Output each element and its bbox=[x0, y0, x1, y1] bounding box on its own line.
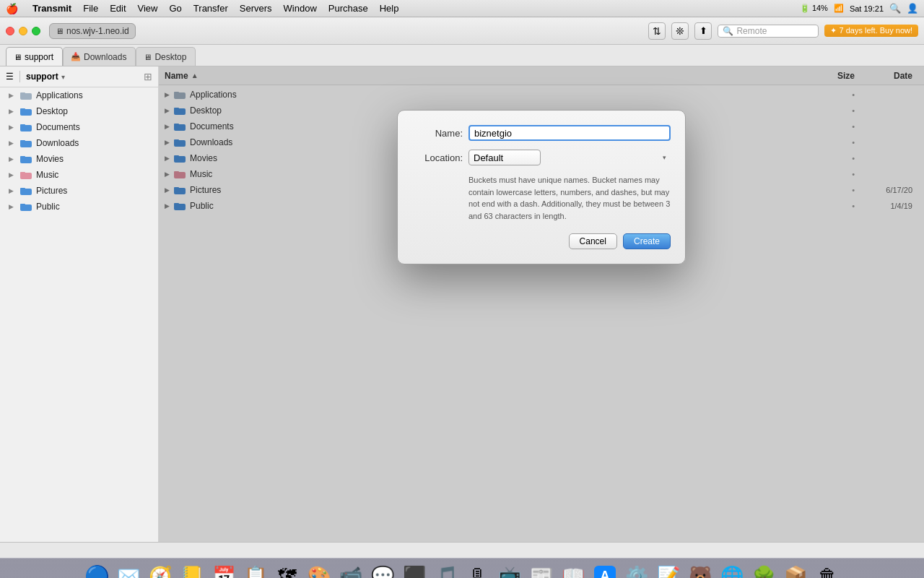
sidebar-item-downloads[interactable]: ▶ Downloads bbox=[0, 135, 158, 151]
folder-icon bbox=[20, 171, 32, 179]
tab-support[interactable]: 🖥 support bbox=[6, 47, 63, 66]
sidebar-expand-icon[interactable]: ▾ bbox=[61, 73, 65, 81]
action-button[interactable]: ❊ bbox=[671, 22, 689, 40]
create-bucket-dialog: Name: Location: Default US East US West … bbox=[397, 110, 686, 264]
dock-music[interactable]: 🎵 bbox=[432, 562, 461, 579]
svg-rect-7 bbox=[20, 140, 25, 142]
tab-desktop[interactable]: 🖥 Desktop bbox=[136, 47, 196, 66]
folder-icon bbox=[20, 107, 32, 116]
dock-calendar[interactable]: 📅 bbox=[209, 562, 238, 579]
sidebar-item-label: Applications bbox=[36, 90, 83, 100]
dock-maps[interactable]: 🗺 bbox=[273, 562, 302, 579]
dock-boxnotes[interactable]: 📦 bbox=[781, 562, 810, 579]
menu-app[interactable]: Transmit bbox=[32, 3, 71, 14]
remote-search[interactable]: 🔍 Remote bbox=[718, 25, 819, 38]
menu-file[interactable]: File bbox=[83, 3, 98, 14]
sidebar-item-desktop[interactable]: ▶ Desktop bbox=[0, 103, 158, 119]
dialog-buttons: Cancel Create bbox=[412, 233, 671, 249]
location-select-wrapper: Default US East US West EU ▾ bbox=[468, 150, 671, 165]
dock-bear[interactable]: 🐻 bbox=[686, 562, 715, 579]
sidebar-item-applications[interactable]: ▶ Applications bbox=[0, 87, 158, 103]
expand-arrow-icon: ▶ bbox=[9, 108, 16, 115]
dock-podcasts[interactable]: 🎙 bbox=[463, 562, 492, 579]
dock-reminders[interactable]: 📋 bbox=[241, 562, 270, 579]
sidebar-item-pictures[interactable]: ▶ Pictures bbox=[0, 183, 158, 199]
menu-window[interactable]: Window bbox=[284, 3, 317, 14]
dock-chrome[interactable]: 🌐 bbox=[718, 562, 746, 579]
maximize-button[interactable] bbox=[32, 27, 40, 35]
dock-messages[interactable]: 💬 bbox=[368, 562, 397, 579]
tab-downloads[interactable]: 📥 Downloads bbox=[63, 47, 136, 66]
bucket-name-input[interactable] bbox=[468, 125, 671, 141]
battery-indicator: 🔋 14% bbox=[800, 4, 828, 13]
sidebar-item-label: Music bbox=[36, 170, 58, 180]
menu-help[interactable]: Help bbox=[380, 3, 399, 14]
dock-photos[interactable]: 🎨 bbox=[305, 562, 334, 579]
dock: 🔵 ✉️ 🧭 📒 📅 📋 🗺 🎨 📹 💬 ⬛ 🎵 🎙 📺 📰 📖 bbox=[0, 558, 924, 578]
sidebar-item-public[interactable]: ▶ Public bbox=[0, 199, 158, 215]
dock-appstore[interactable]: A bbox=[590, 562, 619, 579]
sidebar-item-label: Pictures bbox=[36, 186, 67, 196]
expand-arrow-icon: ▶ bbox=[9, 203, 16, 210]
sidebar-grid-icon[interactable]: ⊞ bbox=[144, 71, 152, 82]
menu-servers[interactable]: Servers bbox=[240, 3, 272, 14]
tab-desktop-icon: 🖥 bbox=[144, 53, 152, 61]
location-field-row: Location: Default US East US West EU ▾ bbox=[412, 150, 671, 165]
svg-rect-11 bbox=[20, 172, 25, 174]
dock-appletv[interactable]: 📺 bbox=[495, 562, 524, 579]
sidebar-item-label: Movies bbox=[36, 154, 64, 164]
create-button[interactable]: Create bbox=[623, 233, 671, 249]
dock-finder[interactable]: 🔵 bbox=[82, 562, 111, 579]
menu-purchase[interactable]: Purchase bbox=[328, 3, 368, 14]
svg-rect-3 bbox=[20, 108, 25, 111]
status-bar bbox=[0, 542, 924, 558]
sidebar-item-music[interactable]: ▶ Music bbox=[0, 167, 158, 183]
url-tab[interactable]: 🖥 nos.wjv-1.neo.id bbox=[49, 23, 136, 39]
sidebar-item-documents[interactable]: ▶ Documents bbox=[0, 119, 158, 135]
dock-books[interactable]: 📖 bbox=[559, 562, 588, 579]
dock-facetime[interactable]: 📹 bbox=[336, 562, 365, 579]
sidebar-header: ☰ support ▾ ⊞ bbox=[0, 66, 158, 87]
svg-rect-5 bbox=[20, 124, 25, 126]
menu-transfer[interactable]: Transfer bbox=[193, 3, 228, 14]
apple-menu[interactable]: 🍎 bbox=[6, 3, 18, 14]
menubar: 🍎 Transmit File Edit View Go Transfer Se… bbox=[0, 0, 924, 17]
share-button[interactable]: ⬆ bbox=[694, 22, 712, 40]
dock-systemprefs[interactable]: ⚙️ bbox=[622, 562, 651, 579]
sidebar-item-label: Downloads bbox=[36, 138, 79, 148]
menu-edit[interactable]: Edit bbox=[110, 3, 126, 14]
tab-desktop-label: Desktop bbox=[154, 52, 186, 62]
expand-arrow-icon: ▶ bbox=[9, 171, 16, 178]
dialog-overlay: Name: Location: Default US East US West … bbox=[159, 66, 924, 542]
cancel-button[interactable]: Cancel bbox=[569, 233, 617, 249]
sidebar-item-movies[interactable]: ▶ Movies bbox=[0, 151, 158, 167]
user-icon[interactable]: 👤 bbox=[907, 3, 918, 14]
remote-search-placeholder: Remote bbox=[736, 26, 767, 36]
transfer-button[interactable]: ⇅ bbox=[648, 22, 666, 40]
location-select[interactable]: Default US East US West EU bbox=[468, 150, 541, 165]
minimize-button[interactable] bbox=[19, 27, 27, 35]
promo-text: 7 days left. Buy now! bbox=[840, 26, 913, 35]
dock-news[interactable]: 📰 bbox=[527, 562, 556, 579]
search-icon[interactable]: 🔍 bbox=[889, 3, 901, 14]
dock-mail[interactable]: ✉️ bbox=[114, 562, 143, 579]
menu-go[interactable]: Go bbox=[170, 3, 182, 14]
dock-terminal[interactable]: ⬛ bbox=[400, 562, 429, 579]
dock-trash[interactable]: 🗑 bbox=[813, 562, 842, 579]
search-icon: 🔍 bbox=[723, 26, 733, 36]
dock-contacts[interactable]: 📒 bbox=[178, 562, 206, 579]
content-area: Name ▲ Size Date ▶ Applications • ▶ bbox=[159, 66, 924, 542]
dock-word[interactable]: 📝 bbox=[654, 562, 683, 579]
close-button[interactable] bbox=[6, 27, 14, 35]
folder-icon bbox=[20, 186, 32, 195]
expand-arrow-icon: ▶ bbox=[9, 124, 16, 131]
dock-safari[interactable]: 🧭 bbox=[146, 562, 175, 579]
expand-arrow-icon: ▶ bbox=[9, 187, 16, 194]
name-field-row: Name: bbox=[412, 125, 671, 141]
dock-sourcetree[interactable]: 🌳 bbox=[749, 562, 778, 579]
svg-rect-9 bbox=[20, 156, 25, 158]
folder-icon bbox=[20, 123, 32, 131]
folder-icon bbox=[20, 202, 32, 211]
menu-view[interactable]: View bbox=[138, 3, 158, 14]
promo-badge[interactable]: ✦ 7 days left. Buy now! bbox=[824, 25, 918, 37]
